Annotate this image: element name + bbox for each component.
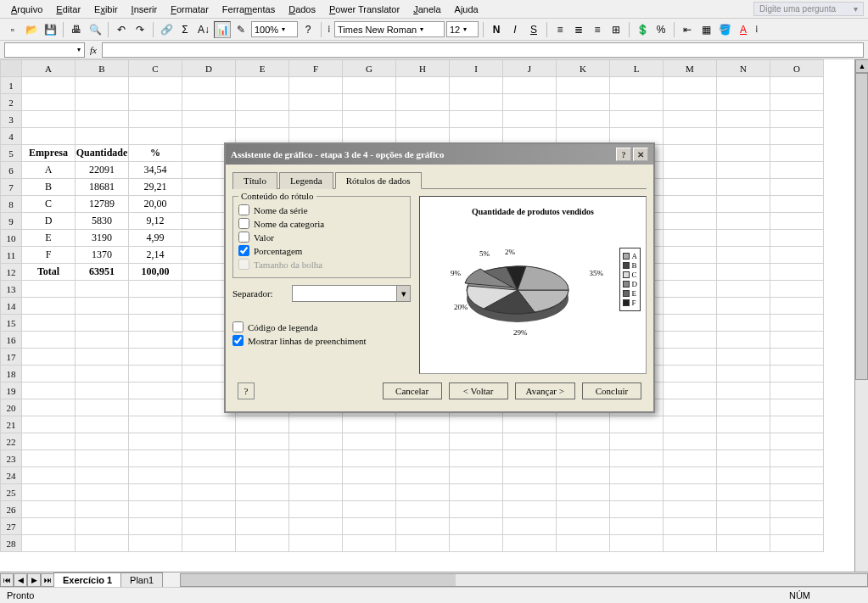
cell[interactable]	[22, 382, 76, 399]
sort-asc-icon[interactable]: A↓	[195, 21, 212, 38]
cell[interactable]	[503, 535, 557, 552]
row-header[interactable]: 28	[1, 535, 22, 552]
cell[interactable]	[396, 111, 450, 128]
cell[interactable]	[22, 349, 76, 366]
cell[interactable]	[76, 433, 129, 450]
cell[interactable]	[770, 247, 824, 264]
cell[interactable]	[22, 484, 76, 501]
cell[interactable]	[236, 467, 289, 484]
cell[interactable]	[664, 450, 717, 467]
row-header[interactable]: 19	[1, 382, 22, 399]
cell[interactable]	[236, 416, 289, 433]
cell[interactable]	[770, 484, 824, 501]
cell[interactable]	[770, 128, 824, 145]
cell[interactable]	[717, 450, 770, 467]
cell[interactable]	[22, 128, 76, 145]
cell[interactable]	[770, 298, 824, 315]
font-select[interactable]: Times New Roman▾	[334, 21, 445, 37]
cell[interactable]	[610, 94, 664, 111]
cell[interactable]	[503, 94, 557, 111]
cell[interactable]	[182, 111, 236, 128]
cell[interactable]	[664, 213, 717, 230]
col-header[interactable]: A	[22, 60, 76, 77]
cell[interactable]	[236, 77, 289, 94]
cell[interactable]	[450, 467, 503, 484]
cell[interactable]	[289, 77, 343, 94]
cell[interactable]	[182, 77, 236, 94]
cell[interactable]	[129, 77, 182, 94]
cell[interactable]	[289, 94, 343, 111]
cell[interactable]	[503, 111, 557, 128]
cell[interactable]	[503, 77, 557, 94]
cell[interactable]	[664, 179, 717, 196]
cell[interactable]: 12789	[76, 196, 129, 213]
row-header[interactable]: 7	[1, 179, 22, 196]
cell[interactable]	[664, 433, 717, 450]
cell[interactable]	[182, 416, 236, 433]
preview-icon[interactable]: 🔍	[87, 21, 104, 38]
tab-next-icon[interactable]: ▶	[27, 573, 41, 587]
cell[interactable]	[289, 111, 343, 128]
row-header[interactable]: 4	[1, 128, 22, 145]
cell[interactable]	[76, 501, 129, 518]
dialog-help-button[interactable]: ?	[238, 382, 255, 399]
cell[interactable]	[76, 332, 129, 349]
cell[interactable]: Quantidade	[76, 145, 129, 162]
cell[interactable]	[22, 332, 76, 349]
fill-color-icon[interactable]: 🪣	[716, 21, 733, 38]
cell[interactable]	[610, 416, 664, 433]
cell[interactable]	[236, 501, 289, 518]
cell[interactable]: 29,21	[129, 179, 182, 196]
cell[interactable]	[770, 399, 824, 416]
cell[interactable]	[396, 77, 450, 94]
cell[interactable]	[129, 281, 182, 298]
menu-formatar[interactable]: Formatar	[164, 2, 216, 17]
cell[interactable]	[664, 128, 717, 145]
cell[interactable]	[770, 416, 824, 433]
cell[interactable]	[717, 518, 770, 535]
align-right-icon[interactable]: ≡	[589, 21, 606, 38]
cell[interactable]	[664, 298, 717, 315]
row-header[interactable]: 23	[1, 450, 22, 467]
cell[interactable]	[770, 145, 824, 162]
cell[interactable]	[129, 128, 182, 145]
cell[interactable]	[289, 433, 343, 450]
cell[interactable]	[503, 484, 557, 501]
help-icon[interactable]: ?	[300, 21, 316, 38]
cell[interactable]	[770, 230, 824, 247]
cell[interactable]	[76, 77, 129, 94]
cell[interactable]	[717, 230, 770, 247]
cell[interactable]	[129, 416, 182, 433]
cell[interactable]	[22, 518, 76, 535]
next-button[interactable]: Avançar >	[515, 382, 575, 399]
italic-icon[interactable]: I	[507, 21, 524, 38]
row-header[interactable]: 26	[1, 501, 22, 518]
cell[interactable]	[664, 77, 717, 94]
sheet-tab-active[interactable]: Exercício 1	[53, 572, 121, 588]
cell[interactable]	[717, 382, 770, 399]
cell[interactable]	[76, 416, 129, 433]
cell[interactable]	[396, 518, 450, 535]
cell[interactable]	[450, 94, 503, 111]
row-header[interactable]: 3	[1, 111, 22, 128]
cell[interactable]	[182, 535, 236, 552]
cell[interactable]	[22, 281, 76, 298]
menu-ferramentas[interactable]: Ferramentas	[216, 2, 282, 17]
cell[interactable]	[236, 94, 289, 111]
cell[interactable]: C	[22, 196, 76, 213]
col-header[interactable]: J	[503, 60, 557, 77]
cell[interactable]	[182, 501, 236, 518]
checkbox-codigo-legenda[interactable]	[232, 321, 244, 332]
vertical-scrollbar[interactable]: ▲	[854, 59, 868, 572]
cell[interactable]	[557, 467, 610, 484]
cell[interactable]	[76, 111, 129, 128]
cell[interactable]: Empresa	[22, 145, 76, 162]
cell[interactable]	[770, 535, 824, 552]
cell[interactable]	[343, 77, 396, 94]
drawing-icon[interactable]: ✎	[232, 21, 249, 38]
cell[interactable]	[717, 145, 770, 162]
tab-prev-icon[interactable]: ◀	[14, 573, 27, 587]
cell[interactable]	[557, 484, 610, 501]
cell[interactable]	[717, 162, 770, 179]
cell[interactable]	[610, 111, 664, 128]
